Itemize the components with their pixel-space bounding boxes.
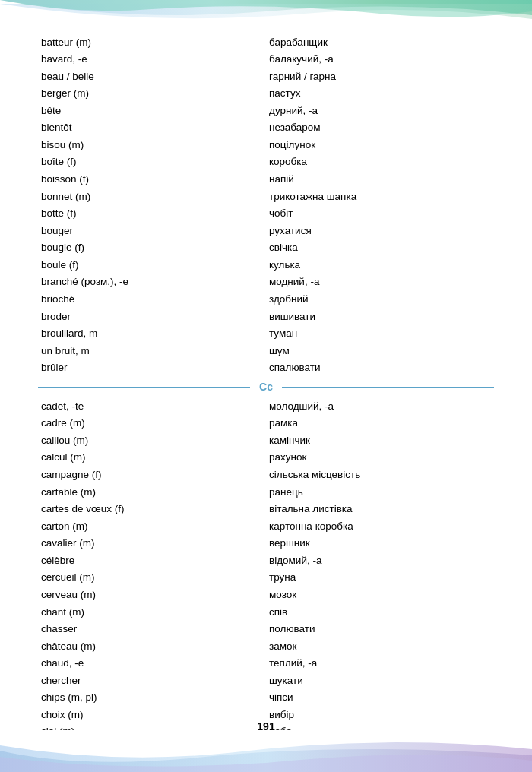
french-entry: chaud, -e: [38, 655, 266, 672]
ukrainian-entry: спалювати: [266, 359, 494, 377]
ukrainian-entry: коробка: [266, 153, 494, 171]
table-row: bavard, -eбалакучий, -а: [38, 51, 494, 68]
ukrainian-entry: дурний, -а: [266, 102, 494, 119]
table-row: caillou (m)камінчик: [38, 432, 494, 449]
dictionary-table: batteur (m)барабанщикbavard, -eбалакучий…: [38, 33, 494, 376]
ukrainian-entry: теплий, -а: [266, 655, 494, 672]
ukrainian-entry: шум: [266, 342, 494, 359]
table-row: bêteдурний, -а: [38, 102, 494, 119]
table-row: beau / belleгарний / гарна: [38, 68, 494, 85]
ukrainian-entry: вишивати: [266, 308, 494, 325]
table-row: boisson (f)напій: [38, 171, 494, 188]
table-row: bonnet (m)трикотажна шапка: [38, 188, 494, 205]
main-content: batteur (m)барабанщикbavard, -eбалакучий…: [38, 33, 494, 730]
table-row: cartes de vœux (f)вітальна листівка: [38, 501, 494, 518]
ukrainian-entry: ранець: [266, 483, 494, 501]
table-row: chasserполювати: [38, 621, 494, 638]
french-entry: cercueil (m): [38, 569, 266, 587]
ukrainian-entry: напій: [266, 171, 494, 188]
french-entry: carton (m): [38, 517, 266, 535]
ukrainian-entry: сільська місцевість: [266, 467, 494, 484]
ukrainian-entry: чобіт: [266, 205, 494, 223]
section-divider-cc: Cc: [38, 381, 494, 393]
ukrainian-entry: поцілунок: [266, 136, 494, 153]
table-row: broderвишивати: [38, 308, 494, 325]
table-row: berger (m)пастух: [38, 85, 494, 103]
table-row: cartable (m)ранець: [38, 483, 494, 501]
ukrainian-entry: картонна коробка: [266, 517, 494, 535]
table-row: cavalier (m)вершник: [38, 535, 494, 552]
table-row: brûlerспалювати: [38, 359, 494, 377]
french-entry: beau / belle: [38, 68, 266, 85]
table-row: boîte (f)коробка: [38, 153, 494, 171]
table-row: château (m)замок: [38, 638, 494, 655]
french-entry: bougie (f): [38, 239, 266, 257]
french-entry: cadet, -te: [38, 397, 266, 415]
page-number: 191: [0, 720, 532, 732]
section-label-cc: Cc: [250, 381, 282, 393]
ukrainian-entry: камінчик: [266, 432, 494, 449]
french-entry: chercher: [38, 672, 266, 689]
ukrainian-entry: барабанщик: [266, 33, 494, 51]
divider-line-left: [38, 387, 250, 388]
ukrainian-entry: здобний: [266, 290, 494, 308]
ukrainian-entry: модний, -а: [266, 274, 494, 291]
ukrainian-entry: молодший, -а: [266, 397, 494, 415]
ukrainian-entry: замок: [266, 638, 494, 655]
french-entry: château (m): [38, 638, 266, 655]
ukrainian-entry: кулька: [266, 256, 494, 274]
table-row: cadre (m)рамка: [38, 415, 494, 432]
table-row: bisou (m)поцілунок: [38, 136, 494, 153]
french-entry: chasser: [38, 621, 266, 638]
french-entry: batteur (m): [38, 33, 266, 51]
ukrainian-entry: шукати: [266, 672, 494, 689]
table-row: boule (f)кулька: [38, 256, 494, 274]
french-entry: bonnet (m): [38, 188, 266, 205]
french-entry: cartable (m): [38, 483, 266, 501]
ukrainian-entry: пастух: [266, 85, 494, 103]
french-entry: chant (m): [38, 603, 266, 621]
table-row: cerveau (m)мозок: [38, 586, 494, 603]
ukrainian-entry: мозок: [266, 586, 494, 603]
french-entry: bavard, -e: [38, 51, 266, 68]
ukrainian-entry: незабаром: [266, 119, 494, 137]
table-row: chant (m)спів: [38, 603, 494, 621]
table-row: chercherшукати: [38, 672, 494, 689]
ukrainian-entry: труна: [266, 569, 494, 587]
dictionary-table-c: cadet, -teмолодший, -аcadre (m)рамкаcail…: [38, 397, 494, 730]
french-entry: boule (f): [38, 256, 266, 274]
table-row: célèbreвідомий, -а: [38, 552, 494, 569]
french-entry: célèbre: [38, 552, 266, 569]
french-entry: brioché: [38, 290, 266, 308]
ukrainian-entry: вітальна листівка: [266, 501, 494, 518]
ukrainian-entry: полювати: [266, 621, 494, 638]
french-entry: bisou (m): [38, 136, 266, 153]
french-entry: botte (f): [38, 205, 266, 223]
french-entry: broder: [38, 308, 266, 325]
ukrainian-entry: гарний / гарна: [266, 68, 494, 85]
table-row: un bruit, mшум: [38, 342, 494, 359]
french-entry: bouger: [38, 222, 266, 239]
french-entry: un bruit, m: [38, 342, 266, 359]
ukrainian-entry: свічка: [266, 239, 494, 257]
french-entry: cadre (m): [38, 415, 266, 432]
french-entry: caillou (m): [38, 432, 266, 449]
table-row: chips (m, pl)чіпси: [38, 689, 494, 707]
french-entry: bientôt: [38, 119, 266, 137]
table-row: batteur (m)барабанщик: [38, 33, 494, 51]
french-entry: chips (m, pl): [38, 689, 266, 707]
french-entry: calcul (m): [38, 449, 266, 467]
bottom-banner: [0, 734, 532, 772]
french-entry: bête: [38, 102, 266, 119]
table-row: cadet, -teмолодший, -а: [38, 397, 494, 415]
table-row: chaud, -eтеплий, -а: [38, 655, 494, 672]
table-row: cercueil (m)труна: [38, 569, 494, 587]
table-row: bougie (f)свічка: [38, 239, 494, 257]
ukrainian-entry: туман: [266, 325, 494, 343]
table-row: brouillard, mтуман: [38, 325, 494, 343]
ukrainian-entry: вершник: [266, 535, 494, 552]
ukrainian-entry: рахунок: [266, 449, 494, 467]
french-entry: brûler: [38, 359, 266, 377]
ukrainian-entry: відомий, -а: [266, 552, 494, 569]
table-row: carton (m)картонна коробка: [38, 517, 494, 535]
